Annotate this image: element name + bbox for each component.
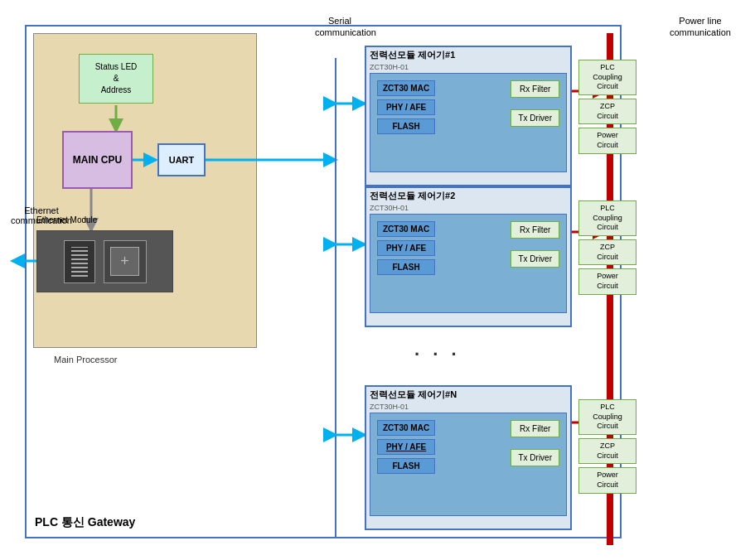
controller-n-right-boxes: PLCCouplingCircuit ZCPCircuit PowerCircu…: [578, 399, 636, 494]
flash-label-n: FLASH: [377, 458, 435, 474]
mac-label-2: ZCT30 MAC: [377, 221, 435, 237]
controller-2-mac-stack: ZCT30 MAC PHY / AFE FLASH: [377, 221, 435, 275]
controller-2-title: 전력선모듈 제어기#2: [366, 188, 570, 204]
mac-label-n: ZCT30 MAC: [377, 420, 435, 436]
serial-comm-label: Serial communication: [315, 15, 365, 39]
status-led-label: Status LED & Address: [95, 61, 138, 96]
rx-filter-2: Rx Filter: [511, 221, 559, 239]
uart-box: UART: [157, 143, 206, 176]
controller-2-inner: ZCT30 MAC PHY / AFE FLASH Rx Filter Tx D…: [370, 214, 567, 313]
controller-n-mac-stack: ZCT30 MAC PHY / AFE FLASH: [377, 420, 435, 474]
controller-1-subtitle: ZCT30H-01: [366, 63, 570, 73]
tx-driver-2: Tx Driver: [511, 250, 559, 268]
phy-label-n: PHY / AFE: [377, 439, 435, 455]
eth-chip-lines-1: [71, 247, 88, 277]
controller-1-right-boxes: PLCCouplingCircuit ZCPCircuit PowerCircu…: [578, 60, 636, 154]
tx-driver-1: Tx Driver: [511, 109, 559, 127]
controller-1-filters: Rx Filter Tx Driver: [511, 80, 559, 127]
controller-n-box: 전력선모듈 제어기#N ZCT30H-01 ZCT30 MAC PHY / AF…: [365, 385, 572, 530]
main-cpu-box: MAIN CPU: [62, 131, 133, 189]
power-circuit-1: PowerCircuit: [578, 128, 636, 153]
power-line-label: Power line communication: [667, 15, 733, 39]
phy-label-2: PHY / AFE: [377, 240, 435, 256]
processor-label: Main Processor: [54, 355, 117, 560]
rx-filter-n: Rx Filter: [511, 420, 559, 437]
eth-chip-2: +: [104, 240, 147, 283]
power-circuit-n: PowerCircuit: [578, 467, 636, 493]
zcp-circuit-2: ZCPCircuit: [578, 239, 636, 265]
zcp-circuit-n: ZCPCircuit: [578, 438, 636, 464]
controller-1-mac-stack: ZCT30 MAC PHY / AFE FLASH: [377, 80, 435, 134]
power-circuit-2: PowerCircuit: [578, 268, 636, 294]
status-led-box: Status LED & Address: [79, 54, 153, 104]
controller-1-title: 전력선모듈 제어기#1: [366, 47, 570, 63]
flash-label-2: FLASH: [377, 259, 435, 275]
controller-n-filters: Rx Filter Tx Driver: [511, 420, 559, 466]
controller-2-right-boxes: PLCCouplingCircuit ZCPCircuit PowerCircu…: [578, 200, 636, 295]
controller-n-subtitle: ZCT30H-01: [366, 403, 570, 413]
plc-coupling-1: PLCCouplingCircuit: [578, 60, 636, 95]
controller-2-subtitle: ZCT30H-01: [366, 204, 570, 214]
tx-driver-n: Tx Driver: [511, 449, 559, 466]
eth-chip-inner: +: [110, 247, 139, 276]
rx-filter-1: Rx Filter: [511, 80, 559, 98]
ellipsis-dots: · · ·: [414, 344, 461, 365]
uart-label: UART: [169, 155, 195, 165]
plc-coupling-n: PLCCouplingCircuit: [578, 399, 636, 435]
controller-n-title: 전력선모듈 제어기#N: [366, 387, 570, 403]
plc-coupling-2: PLCCouplingCircuit: [578, 200, 636, 236]
eth-chip-plus: +: [120, 253, 129, 270]
controller-n-inner: ZCT30 MAC PHY / AFE FLASH Rx Filter Tx D…: [370, 413, 567, 516]
eth-chip-1: [64, 240, 95, 283]
flash-label: FLASH: [377, 118, 435, 134]
diagram-container: PLC 통신 Gateway Main Processor Status LED…: [8, 8, 742, 551]
controller-1-inner: ZCT30 MAC PHY / AFE FLASH Rx Filter Tx D…: [370, 73, 567, 172]
controller-2-box: 전력선모듈 제어기#2 ZCT30H-01 ZCT30 MAC PHY / AF…: [365, 186, 572, 327]
controller-1-box: 전력선모듈 제어기#1 ZCT30H-01 ZCT30 MAC PHY / AF…: [365, 46, 572, 186]
zcp-circuit-1: ZCPCircuit: [578, 99, 636, 124]
main-cpu-label: MAIN CPU: [73, 154, 122, 166]
ethernet-module-label-text: Ethernet Module: [36, 215, 97, 224]
phy-label: PHY / AFE: [377, 99, 435, 115]
controller-2-filters: Rx Filter Tx Driver: [511, 221, 559, 268]
mac-label: ZCT30 MAC: [377, 80, 435, 96]
ethernet-module-box: +: [36, 230, 173, 292]
